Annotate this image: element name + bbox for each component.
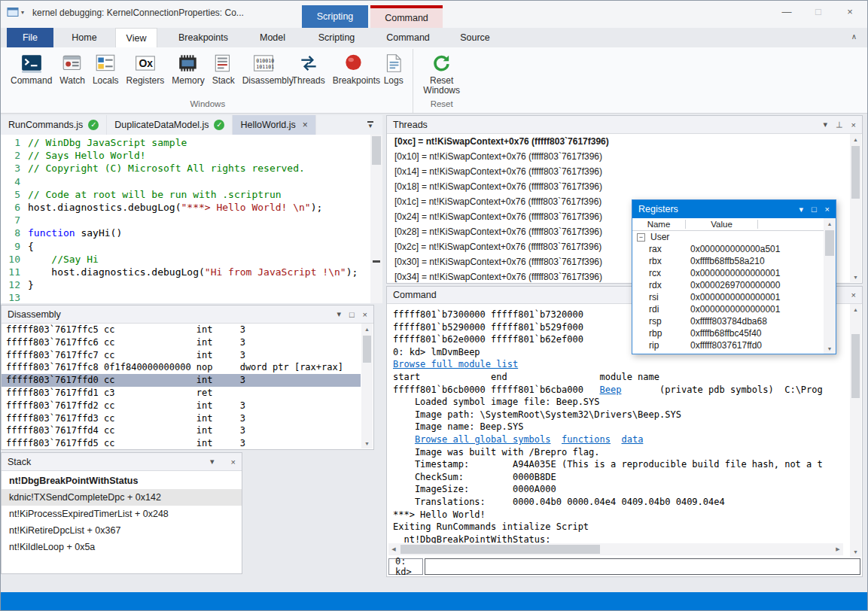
register-row[interactable]: rsp0xfffff803784dba68 [632, 315, 824, 327]
menu-caret-icon[interactable]: ▾ [337, 309, 341, 319]
ribbon-tab-scripting[interactable]: Scripting [303, 28, 370, 47]
editor-scrollbar[interactable] [370, 135, 382, 303]
ribbon-button-breakpoints[interactable]: Breakpoints [329, 49, 379, 86]
close-tab-icon[interactable]: × [303, 120, 308, 130]
register-row[interactable]: rcx0x0000000000000001 [632, 267, 824, 279]
ribbon-button-watch[interactable]: Watch [56, 49, 89, 86]
register-row[interactable]: efl0x00000286 [632, 351, 824, 354]
close-panel-icon[interactable]: × [231, 457, 236, 467]
scroll-down-icon[interactable]: ▼ [850, 546, 861, 557]
thread-row[interactable]: [0xc] = nt!KiSwapContext+0x76 (fffff803`… [387, 134, 849, 149]
quick-access-caret-icon[interactable]: ▾ [21, 9, 24, 16]
maximize-panel-icon[interactable]: □ [349, 310, 355, 319]
command-link[interactable]: functions [562, 434, 611, 445]
scroll-thumb[interactable] [851, 146, 860, 199]
register-row[interactable]: rbp0xffffb68ffbc45f40 [632, 327, 824, 339]
stack-frame-row[interactable]: kdnic!TXSendCompleteDpc + 0x142 [2, 489, 242, 506]
ribbon-collapse-icon[interactable]: ∧ [851, 32, 857, 41]
ribbon-tab-command[interactable]: Command [372, 28, 444, 47]
command-vertical-scrollbar[interactable]: ▲ ▼ [850, 304, 861, 557]
scroll-thumb[interactable] [851, 334, 860, 398]
disassembly-row[interactable]: fffff803`7617ffd2 cc int 3 [6, 400, 361, 412]
thread-row[interactable]: [0x10] = nt!KiSwapContext+0x76 (fffff803… [387, 149, 849, 164]
close-panel-icon[interactable]: × [851, 120, 856, 129]
disassembly-row[interactable]: fffff803`7617ffc8 0f1f840000000000 nop d… [6, 361, 361, 374]
register-row[interactable]: rbx0xffffb68ffb58a210 [632, 255, 824, 267]
close-button[interactable]: × [834, 1, 866, 22]
register-row[interactable]: rdi0x0000000000000001 [632, 303, 824, 315]
scroll-up-icon[interactable]: ▲ [850, 134, 861, 144]
scroll-down-icon[interactable]: ▼ [850, 272, 861, 282]
close-panel-icon[interactable]: × [851, 290, 856, 299]
menu-caret-icon[interactable]: ▾ [823, 120, 827, 129]
ribbon-button-reset-windows[interactable]: Reset Windows [417, 49, 467, 96]
disassembly-row[interactable]: fffff803`7617ffc5 cc int 3 [6, 324, 361, 336]
stack-frame-row[interactable]: nt!KiIdleLoop + 0x5a [2, 539, 242, 555]
scroll-up-icon[interactable]: ▲ [361, 324, 373, 334]
scroll-left-icon[interactable]: ◀ [388, 543, 399, 555]
scroll-thumb[interactable] [400, 545, 600, 554]
script-editor[interactable]: 12345678910111213 // WinDbg JavaScript s… [1, 135, 382, 303]
close-panel-icon[interactable]: × [825, 205, 830, 214]
ribbon-button-memory[interactable]: Memory [168, 49, 208, 86]
ribbon-tab-view[interactable]: View [115, 28, 157, 47]
command-link[interactable]: Beep [600, 385, 622, 395]
menu-caret-icon[interactable]: ▾ [210, 457, 215, 467]
register-row[interactable]: rsi0x0000000000000001 [632, 291, 824, 303]
tab-list-caret-icon[interactable]: ▼ [367, 121, 373, 129]
command-link[interactable]: Browse all global symbols [415, 434, 551, 445]
close-panel-icon[interactable]: × [363, 310, 367, 319]
context-group-command[interactable]: Command [370, 5, 443, 28]
disassembly-row[interactable]: fffff803`7617ffd5 cc int 3 [6, 437, 361, 449]
disassembly-row[interactable]: fffff803`7617ffc7 cc int 3 [6, 349, 361, 362]
register-group-row[interactable]: − User [632, 231, 824, 243]
scroll-up-icon[interactable]: ▲ [824, 218, 836, 229]
menu-caret-icon[interactable]: ▾ [799, 205, 803, 214]
disassembly-row[interactable]: fffff803`7617ffc6 cc int 3 [6, 336, 361, 349]
ribbon-button-logs[interactable]: Logs [379, 49, 409, 86]
command-input[interactable] [425, 558, 860, 575]
maximize-panel-icon[interactable]: □ [812, 205, 817, 214]
maximize-button[interactable]: □ [803, 1, 834, 22]
scroll-down-icon[interactable]: ▼ [361, 438, 373, 448]
ribbon-tab-breakpoints[interactable]: Breakpoints [166, 28, 240, 47]
threads-scrollbar[interactable]: ▲ ▼ [850, 134, 861, 282]
stack-frame-row[interactable]: nt!DbgBreakPointWithStatus [2, 473, 242, 489]
scroll-thumb[interactable] [363, 336, 371, 363]
ribbon-tab-file[interactable]: File [7, 28, 53, 47]
document-tab-duplicatedatamodel-js[interactable]: DuplicateDataModel.js✓ [107, 115, 233, 135]
minimize-button[interactable]: — [771, 1, 803, 22]
thread-row[interactable]: [0x18] = nt!KiSwapContext+0x76 (fffff803… [387, 179, 849, 194]
register-row[interactable]: rip0xfffff8037617ffd0 [632, 339, 824, 351]
registers-window[interactable]: Registers ▾ □ × Name Value − User rax0x0… [632, 199, 836, 354]
registers-titlebar[interactable]: Registers ▾ □ × [632, 200, 836, 218]
ribbon-button-stack[interactable]: Stack [209, 49, 239, 86]
disassembly-row[interactable]: fffff803`7617ffd4 cc int 3 [6, 424, 361, 437]
scroll-down-icon[interactable]: ▼ [824, 343, 836, 354]
ribbon-button-locals[interactable]: Locals [89, 49, 123, 86]
ribbon-tab-home[interactable]: Home [62, 28, 106, 47]
document-tab-helloworld-js[interactable]: HelloWorld.js× [233, 115, 315, 135]
scroll-thumb[interactable] [825, 230, 834, 256]
command-link[interactable]: Browse full module list [393, 359, 518, 369]
register-row[interactable]: rdx0x0000269700000000 [632, 279, 824, 291]
command-horizontal-scrollbar[interactable]: ◀ ▶ [388, 543, 843, 555]
disassembly-row[interactable]: fffff803`7617ffd3 cc int 3 [6, 412, 361, 425]
ribbon-button-registers[interactable]: OxRegisters [123, 49, 169, 86]
scroll-right-icon[interactable]: ▶ [833, 543, 843, 555]
command-link[interactable]: data [621, 434, 643, 445]
disassembly-row[interactable]: fffff803`7617ffd1 c3 ret [6, 387, 361, 400]
scroll-up-icon[interactable]: ▲ [850, 304, 861, 315]
register-row[interactable]: rax0x000000000000a501 [632, 243, 824, 255]
collapse-expander-icon[interactable]: − [637, 233, 645, 242]
disassembly-row[interactable]: fffff803`7617ffd0 cc int 3 [2, 374, 361, 387]
pin-icon[interactable]: ⊣ [834, 121, 844, 129]
document-tab-runcommands-js[interactable]: RunCommands.js✓ [1, 115, 107, 135]
context-group-scripting[interactable]: Scripting [302, 5, 368, 28]
registers-scrollbar[interactable]: ▲ ▼ [824, 218, 836, 354]
disassembly-scrollbar[interactable]: ▲ ▼ [361, 324, 373, 448]
scroll-thumb[interactable] [372, 136, 381, 165]
ribbon-button-disassembly[interactable]: 010010101101Disassembly [239, 49, 288, 86]
ribbon-button-command[interactable]: Command [7, 49, 56, 86]
stack-frame-row[interactable]: nt!KiRetireDpcList + 0x367 [2, 522, 242, 539]
